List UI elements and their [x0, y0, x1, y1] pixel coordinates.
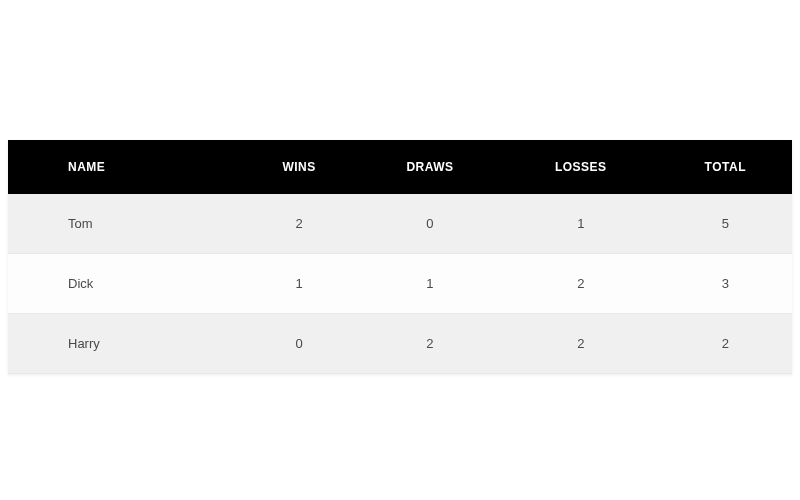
- header-name: NAME: [8, 140, 241, 194]
- cell-wins: 0: [241, 314, 357, 374]
- table-row: Tom 2 0 1 5: [8, 194, 792, 254]
- cell-losses: 1: [503, 194, 659, 254]
- header-wins: WINS: [241, 140, 357, 194]
- header-draws: DRAWS: [357, 140, 503, 194]
- header-row: NAME WINS DRAWS LOSSES TOTAL: [8, 140, 792, 194]
- cell-losses: 2: [503, 314, 659, 374]
- cell-total: 3: [659, 254, 792, 314]
- table-body: Tom 2 0 1 5 Dick 1 1 2 3 Harry 0 2 2 2: [8, 194, 792, 374]
- cell-losses: 2: [503, 254, 659, 314]
- cell-wins: 2: [241, 194, 357, 254]
- cell-total: 2: [659, 314, 792, 374]
- table-container: NAME WINS DRAWS LOSSES TOTAL Tom 2 0 1 5…: [0, 0, 800, 374]
- header-total: TOTAL: [659, 140, 792, 194]
- standings-table: NAME WINS DRAWS LOSSES TOTAL Tom 2 0 1 5…: [8, 140, 792, 374]
- cell-draws: 1: [357, 254, 503, 314]
- cell-total: 5: [659, 194, 792, 254]
- cell-draws: 0: [357, 194, 503, 254]
- cell-draws: 2: [357, 314, 503, 374]
- cell-name: Dick: [8, 254, 241, 314]
- cell-name: Tom: [8, 194, 241, 254]
- header-losses: LOSSES: [503, 140, 659, 194]
- cell-name: Harry: [8, 314, 241, 374]
- table-header: NAME WINS DRAWS LOSSES TOTAL: [8, 140, 792, 194]
- table-row: Dick 1 1 2 3: [8, 254, 792, 314]
- table-row: Harry 0 2 2 2: [8, 314, 792, 374]
- cell-wins: 1: [241, 254, 357, 314]
